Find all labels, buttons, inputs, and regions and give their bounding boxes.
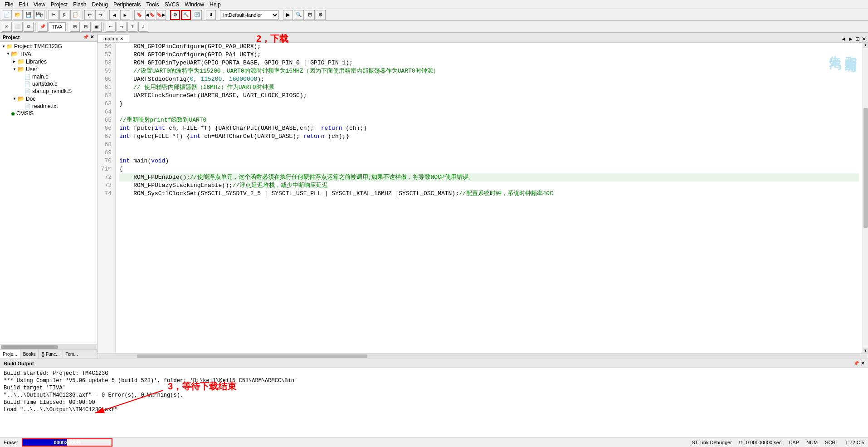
- editor-close-all[interactable]: ✕: [862, 36, 866, 42]
- expand-icon-user: ▼: [13, 67, 17, 71]
- editor-float-icon[interactable]: ⊡: [855, 36, 860, 42]
- tree-item-readme[interactable]: 📄 readme.txt: [0, 103, 97, 110]
- menu-debug[interactable]: Debug: [89, 0, 111, 9]
- settings-button[interactable]: ⚙: [316, 10, 326, 20]
- toolbar2-btn9[interactable]: ⇒: [117, 22, 127, 32]
- build-close-icon[interactable]: ✕: [861, 361, 864, 366]
- code-line-74: ROM_SysCtlClockSet(SYSCTL_SYSDIV_2_5 | S…: [119, 190, 859, 198]
- scrollbar-horizontal[interactable]: [98, 353, 868, 359]
- editor-tab-mainc[interactable]: main.c ✕: [98, 34, 129, 42]
- build-title: Build Output: [4, 361, 34, 366]
- copy-button[interactable]: ⎘: [59, 10, 69, 20]
- editor-tab-label: main.c: [103, 36, 118, 41]
- menu-edit[interactable]: Edit: [16, 0, 31, 9]
- position-indicator: L:72 C:5: [845, 440, 864, 445]
- tree-item-cmsis[interactable]: ◆ CMSIS: [0, 110, 97, 117]
- line-num: 69: [99, 149, 112, 157]
- scroll-up-btn[interactable]: ▲: [863, 43, 868, 48]
- save-button[interactable]: 💾: [24, 10, 34, 20]
- menu-file[interactable]: File: [2, 0, 16, 9]
- code-editor[interactable]: 56 57 58 59 60 61 62 63 64 65 66 67 68 6…: [98, 43, 868, 353]
- bookmark-button[interactable]: 🔖: [134, 10, 144, 20]
- tree-item-project[interactable]: ▼ 📁 Project: TM4C123G: [0, 43, 97, 50]
- toolbar2-btn1[interactable]: ✕: [2, 22, 12, 32]
- tree-item-doc[interactable]: ▼ 📂 Doc: [0, 95, 97, 103]
- toolbar2-btn3[interactable]: ⧉: [24, 22, 34, 32]
- t1-value: t1: 0.00000000 sec: [739, 440, 782, 445]
- undo-button[interactable]: ↩: [84, 10, 94, 20]
- line-num: 58: [99, 59, 112, 67]
- tree-item-tiva[interactable]: ▼ 📂 TIVA: [0, 50, 97, 58]
- toolbar2-btn7[interactable]: ▣: [92, 22, 102, 32]
- nav-forward-button[interactable]: ►: [120, 10, 130, 20]
- menu-svcs[interactable]: SVCS: [162, 0, 182, 9]
- num-indicator: NUM: [806, 440, 818, 445]
- project-panel: Project 📌 ✕ ▼ 📁 Project: TM4C123G ▼ �: [0, 33, 98, 359]
- bookmark-next-button[interactable]: 🔖▶: [156, 10, 166, 20]
- panel-pin-icon[interactable]: 📌: [83, 34, 89, 40]
- editor-tab-close[interactable]: ✕: [120, 36, 123, 41]
- toolbar2-btn8[interactable]: ⇐: [106, 22, 116, 32]
- line-num: 73: [99, 182, 112, 190]
- build-header: Build Output 📌 ✕: [0, 359, 868, 368]
- toolbar2-btn11[interactable]: ⇓: [138, 22, 148, 32]
- view-toggle-button[interactable]: ⊞: [305, 10, 315, 20]
- nav-back-button[interactable]: ◄: [109, 10, 119, 20]
- menu-view[interactable]: View: [31, 0, 48, 9]
- menu-tools[interactable]: Tools: [144, 0, 162, 9]
- new-file-button[interactable]: 📄: [2, 10, 12, 20]
- compile-button[interactable]: ⚙: [170, 10, 180, 20]
- editor-nav-left[interactable]: ◄: [841, 36, 846, 42]
- line-num: 63: [99, 100, 112, 108]
- panel-close-icon[interactable]: ✕: [90, 34, 94, 40]
- tab-tem[interactable]: Tem...: [63, 350, 81, 359]
- tab-books[interactable]: Books: [20, 350, 39, 359]
- cut-button[interactable]: ✂: [49, 10, 59, 20]
- target-dropdown[interactable]: IntDefaultHandler: [220, 10, 279, 20]
- tree-item-startup[interactable]: 📄 startup_rvmdk.S: [0, 88, 97, 95]
- download-button[interactable]: ⬇: [206, 10, 216, 20]
- open-button[interactable]: 📂: [13, 10, 23, 20]
- tree-item-libraries[interactable]: ▶ 📁 Libraries: [0, 58, 97, 65]
- tree-item-user[interactable]: ▼ 📂 User: [0, 65, 97, 73]
- code-line-70: int main(void): [119, 157, 859, 165]
- redo-button[interactable]: ↪: [95, 10, 105, 20]
- toolbar2-btn10[interactable]: ⇑: [127, 22, 137, 32]
- editor-area: main.c ✕ ◄ ► ⊡ ✕ 2，下载 56: [98, 33, 868, 359]
- scroll-down-btn[interactable]: ▼: [863, 348, 868, 353]
- toolbar-separator-5: [168, 11, 168, 19]
- tab-project[interactable]: Proje...: [0, 350, 20, 359]
- menu-flash[interactable]: Flash: [70, 0, 89, 9]
- toolbar2-btn5[interactable]: ⊞: [70, 22, 80, 32]
- bookmark-prev-button[interactable]: ◀🔖: [145, 10, 155, 20]
- scrollbar-vertical[interactable]: ▲ ▼: [863, 43, 868, 353]
- paste-button[interactable]: 📋: [70, 10, 80, 20]
- menu-peripherals[interactable]: Peripherals: [111, 0, 144, 9]
- menu-project[interactable]: Project: [48, 0, 70, 9]
- line-num: 66: [99, 124, 112, 133]
- toolbar2-btn2[interactable]: ⬜: [13, 22, 23, 32]
- panel-scroll-h[interactable]: [0, 344, 97, 349]
- cap-indicator: CAP: [789, 440, 799, 445]
- tree-item-uartstdio[interactable]: 📄 uartstdio.c: [0, 80, 97, 88]
- toolbar2-separator1: [35, 23, 36, 31]
- debug-start-button[interactable]: ▶: [283, 10, 293, 20]
- menu-help[interactable]: Help: [207, 0, 224, 9]
- build-button[interactable]: 🔨: [181, 10, 191, 20]
- code-line-69: [119, 149, 859, 157]
- build-pin-icon[interactable]: 📌: [853, 361, 859, 366]
- toolbar2-btn6[interactable]: ⊟: [81, 22, 91, 32]
- file-icon-uartstdio: 📄: [24, 81, 31, 87]
- build-line-5: Build Time Elapsed: 00:00:00: [4, 399, 864, 406]
- code-line-66: int fputc(int ch, FILE *f) {UARTCharPut(…: [119, 124, 859, 133]
- project-icon: 📁: [6, 44, 13, 49]
- tree-item-mainc[interactable]: 📄 main.c: [0, 73, 97, 80]
- toolbar2-btn4[interactable]: 📌: [38, 22, 48, 32]
- search-button[interactable]: 🔍: [294, 10, 304, 20]
- menu-window[interactable]: Window: [182, 0, 207, 9]
- tab-func[interactable]: {} Func...: [39, 350, 63, 359]
- rebuild-button[interactable]: 🔄: [192, 10, 202, 20]
- toolbar2-tiva[interactable]: TIVA: [49, 22, 66, 31]
- save-all-button[interactable]: 💾+: [34, 10, 44, 20]
- editor-nav-right[interactable]: ►: [848, 36, 853, 42]
